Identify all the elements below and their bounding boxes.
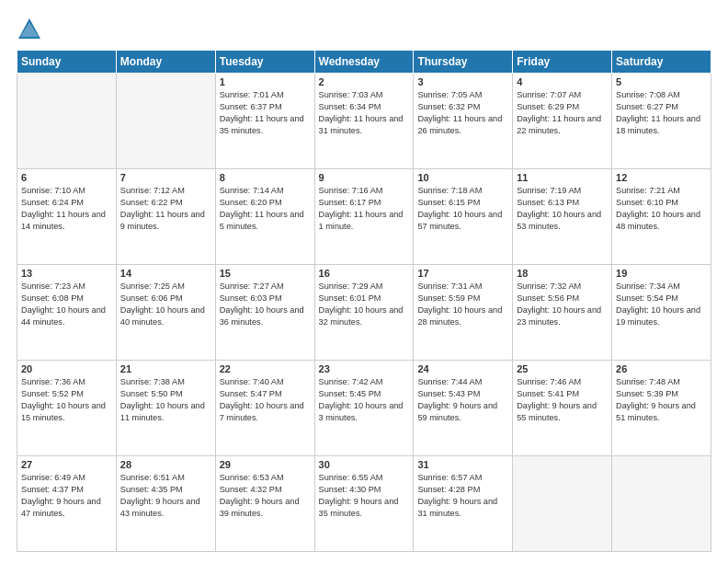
calendar: SundayMondayTuesdayWednesdayThursdayFrid… bbox=[17, 50, 711, 552]
header bbox=[17, 17, 711, 42]
cell-4-1: 28Sunrise: 6:51 AMSunset: 4:35 PMDayligh… bbox=[116, 456, 215, 552]
cell-3-3: 23Sunrise: 7:42 AMSunset: 5:45 PMDayligh… bbox=[314, 361, 414, 456]
col-header-wednesday: Wednesday bbox=[314, 51, 414, 74]
col-header-saturday: Saturday bbox=[612, 51, 711, 74]
cell-3-6: 26Sunrise: 7:48 AMSunset: 5:39 PMDayligh… bbox=[612, 361, 711, 456]
cell-info: Sunrise: 7:21 AMSunset: 6:10 PMDaylight:… bbox=[616, 185, 707, 233]
cell-2-1: 14Sunrise: 7:25 AMSunset: 6:06 PMDayligh… bbox=[116, 265, 215, 361]
cell-4-5 bbox=[513, 456, 612, 552]
cell-info: Sunrise: 7:44 AMSunset: 5:43 PMDaylight:… bbox=[417, 376, 508, 424]
logo-icon bbox=[17, 17, 42, 42]
col-header-tuesday: Tuesday bbox=[215, 51, 314, 74]
week-row-0: 1Sunrise: 7:01 AMSunset: 6:37 PMDaylight… bbox=[17, 74, 711, 169]
day-number: 27 bbox=[21, 459, 112, 470]
cell-info: Sunrise: 7:31 AMSunset: 5:59 PMDaylight:… bbox=[417, 281, 508, 328]
day-number: 22 bbox=[220, 363, 311, 374]
svg-marker-1 bbox=[20, 22, 39, 37]
cell-2-0: 13Sunrise: 7:23 AMSunset: 6:08 PMDayligh… bbox=[17, 265, 117, 361]
cell-1-2: 8Sunrise: 7:14 AMSunset: 6:20 PMDaylight… bbox=[215, 169, 314, 265]
cell-2-2: 15Sunrise: 7:27 AMSunset: 6:03 PMDayligh… bbox=[215, 265, 314, 361]
day-number: 11 bbox=[517, 172, 608, 183]
day-number: 6 bbox=[21, 172, 112, 183]
cell-1-6: 12Sunrise: 7:21 AMSunset: 6:10 PMDayligh… bbox=[612, 169, 711, 265]
cell-0-0 bbox=[17, 74, 117, 169]
cell-info: Sunrise: 7:08 AMSunset: 6:27 PMDaylight:… bbox=[616, 89, 707, 137]
cell-info: Sunrise: 7:05 AMSunset: 6:32 PMDaylight:… bbox=[417, 89, 508, 137]
day-number: 28 bbox=[120, 459, 211, 470]
day-number: 5 bbox=[616, 76, 707, 87]
cell-0-4: 3Sunrise: 7:05 AMSunset: 6:32 PMDaylight… bbox=[414, 74, 513, 169]
logo bbox=[17, 17, 46, 42]
cell-0-5: 4Sunrise: 7:07 AMSunset: 6:29 PMDaylight… bbox=[513, 74, 612, 169]
cell-info: Sunrise: 7:01 AMSunset: 6:37 PMDaylight:… bbox=[220, 89, 311, 137]
cell-2-4: 17Sunrise: 7:31 AMSunset: 5:59 PMDayligh… bbox=[414, 265, 513, 361]
cell-info: Sunrise: 7:42 AMSunset: 5:45 PMDaylight:… bbox=[319, 376, 410, 424]
day-number: 8 bbox=[220, 172, 311, 183]
day-number: 30 bbox=[319, 459, 410, 470]
col-header-monday: Monday bbox=[116, 51, 215, 74]
day-number: 7 bbox=[120, 172, 211, 183]
cell-3-4: 24Sunrise: 7:44 AMSunset: 5:43 PMDayligh… bbox=[414, 361, 513, 456]
cell-1-0: 6Sunrise: 7:10 AMSunset: 6:24 PMDaylight… bbox=[17, 169, 117, 265]
cell-info: Sunrise: 6:51 AMSunset: 4:35 PMDaylight:… bbox=[120, 472, 211, 520]
cell-info: Sunrise: 6:57 AMSunset: 4:28 PMDaylight:… bbox=[417, 472, 508, 520]
cell-3-5: 25Sunrise: 7:46 AMSunset: 5:41 PMDayligh… bbox=[513, 361, 612, 456]
cell-info: Sunrise: 7:48 AMSunset: 5:39 PMDaylight:… bbox=[616, 376, 707, 424]
cell-4-2: 29Sunrise: 6:53 AMSunset: 4:32 PMDayligh… bbox=[215, 456, 314, 552]
day-number: 13 bbox=[21, 268, 112, 279]
cell-info: Sunrise: 7:46 AMSunset: 5:41 PMDaylight:… bbox=[517, 376, 608, 424]
cell-info: Sunrise: 7:29 AMSunset: 6:01 PMDaylight:… bbox=[319, 281, 410, 328]
cell-1-4: 10Sunrise: 7:18 AMSunset: 6:15 PMDayligh… bbox=[414, 169, 513, 265]
cell-2-3: 16Sunrise: 7:29 AMSunset: 6:01 PMDayligh… bbox=[314, 265, 414, 361]
day-number: 21 bbox=[120, 363, 211, 374]
cell-4-4: 31Sunrise: 6:57 AMSunset: 4:28 PMDayligh… bbox=[414, 456, 513, 552]
cell-0-1 bbox=[116, 74, 215, 169]
week-row-1: 6Sunrise: 7:10 AMSunset: 6:24 PMDaylight… bbox=[17, 169, 711, 265]
cell-info: Sunrise: 6:53 AMSunset: 4:32 PMDaylight:… bbox=[220, 472, 311, 520]
cell-info: Sunrise: 7:16 AMSunset: 6:17 PMDaylight:… bbox=[319, 185, 410, 233]
col-header-friday: Friday bbox=[513, 51, 612, 74]
day-number: 26 bbox=[616, 363, 707, 374]
day-number: 15 bbox=[220, 268, 311, 279]
day-number: 1 bbox=[220, 76, 311, 87]
day-number: 3 bbox=[417, 76, 508, 87]
day-number: 17 bbox=[417, 268, 508, 279]
cell-info: Sunrise: 7:07 AMSunset: 6:29 PMDaylight:… bbox=[517, 89, 608, 137]
cell-1-3: 9Sunrise: 7:16 AMSunset: 6:17 PMDaylight… bbox=[314, 169, 414, 265]
cell-info: Sunrise: 7:19 AMSunset: 6:13 PMDaylight:… bbox=[517, 185, 608, 233]
cell-3-0: 20Sunrise: 7:36 AMSunset: 5:52 PMDayligh… bbox=[17, 361, 117, 456]
day-number: 19 bbox=[616, 268, 707, 279]
day-number: 12 bbox=[616, 172, 707, 183]
week-row-3: 20Sunrise: 7:36 AMSunset: 5:52 PMDayligh… bbox=[17, 361, 711, 456]
col-header-sunday: Sunday bbox=[17, 51, 117, 74]
cell-1-5: 11Sunrise: 7:19 AMSunset: 6:13 PMDayligh… bbox=[513, 169, 612, 265]
cell-info: Sunrise: 7:23 AMSunset: 6:08 PMDaylight:… bbox=[21, 281, 112, 328]
day-number: 10 bbox=[417, 172, 508, 183]
cell-info: Sunrise: 7:36 AMSunset: 5:52 PMDaylight:… bbox=[21, 376, 112, 424]
cell-info: Sunrise: 6:55 AMSunset: 4:30 PMDaylight:… bbox=[319, 472, 410, 520]
day-number: 14 bbox=[120, 268, 211, 279]
cell-1-1: 7Sunrise: 7:12 AMSunset: 6:22 PMDaylight… bbox=[116, 169, 215, 265]
day-number: 24 bbox=[417, 363, 508, 374]
cell-3-1: 21Sunrise: 7:38 AMSunset: 5:50 PMDayligh… bbox=[116, 361, 215, 456]
day-number: 18 bbox=[517, 268, 608, 279]
cell-info: Sunrise: 7:25 AMSunset: 6:06 PMDaylight:… bbox=[120, 281, 211, 328]
col-header-thursday: Thursday bbox=[414, 51, 513, 74]
header-row: SundayMondayTuesdayWednesdayThursdayFrid… bbox=[17, 51, 711, 74]
cell-info: Sunrise: 7:40 AMSunset: 5:47 PMDaylight:… bbox=[220, 376, 311, 424]
day-number: 4 bbox=[517, 76, 608, 87]
day-number: 23 bbox=[319, 363, 410, 374]
cell-2-6: 19Sunrise: 7:34 AMSunset: 5:54 PMDayligh… bbox=[612, 265, 711, 361]
day-number: 25 bbox=[517, 363, 608, 374]
week-row-2: 13Sunrise: 7:23 AMSunset: 6:08 PMDayligh… bbox=[17, 265, 711, 361]
day-number: 20 bbox=[21, 363, 112, 374]
cell-info: Sunrise: 7:32 AMSunset: 5:56 PMDaylight:… bbox=[517, 281, 608, 328]
cell-info: Sunrise: 7:38 AMSunset: 5:50 PMDaylight:… bbox=[120, 376, 211, 424]
cell-info: Sunrise: 7:27 AMSunset: 6:03 PMDaylight:… bbox=[220, 281, 311, 328]
cell-info: Sunrise: 7:03 AMSunset: 6:34 PMDaylight:… bbox=[319, 89, 410, 137]
cell-0-3: 2Sunrise: 7:03 AMSunset: 6:34 PMDaylight… bbox=[314, 74, 414, 169]
week-row-4: 27Sunrise: 6:49 AMSunset: 4:37 PMDayligh… bbox=[17, 456, 711, 552]
cell-info: Sunrise: 7:12 AMSunset: 6:22 PMDaylight:… bbox=[120, 185, 211, 233]
cell-info: Sunrise: 6:49 AMSunset: 4:37 PMDaylight:… bbox=[21, 472, 112, 520]
day-number: 29 bbox=[220, 459, 311, 470]
